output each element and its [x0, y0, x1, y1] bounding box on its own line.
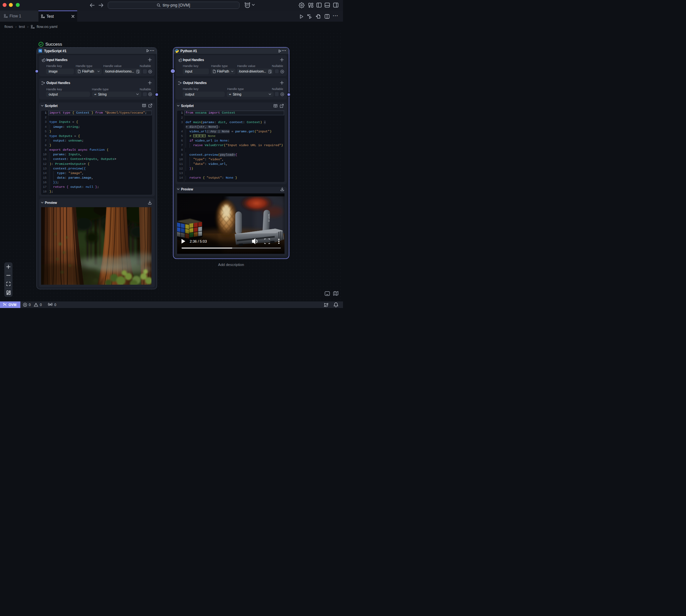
svg-text:2:36 / 5:03: 2:36 / 5:03 — [190, 239, 207, 243]
svg-text:TS: TS — [39, 50, 41, 52]
